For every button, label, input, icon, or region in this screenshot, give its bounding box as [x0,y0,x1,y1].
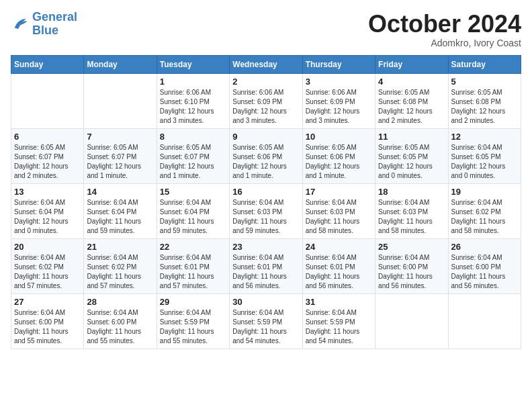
calendar-cell: 17Sunrise: 6:04 AM Sunset: 6:03 PM Dayli… [302,183,375,238]
day-number: 19 [451,187,518,197]
day-detail: Sunrise: 6:05 AM Sunset: 6:05 PM Dayligh… [378,143,445,181]
day-detail: Sunrise: 6:06 AM Sunset: 6:10 PM Dayligh… [160,88,226,126]
day-number: 10 [306,132,372,142]
calendar-cell: 30Sunrise: 6:04 AM Sunset: 5:59 PM Dayli… [230,293,302,349]
calendar-week-row: 20Sunrise: 6:04 AM Sunset: 6:02 PM Dayli… [11,238,521,293]
day-detail: Sunrise: 6:04 AM Sunset: 6:00 PM Dayligh… [378,253,445,291]
day-number: 27 [14,297,81,307]
calendar-cell: 1Sunrise: 6:06 AM Sunset: 6:10 PM Daylig… [157,73,229,128]
day-number: 15 [160,187,226,197]
calendar-week-row: 13Sunrise: 6:04 AM Sunset: 6:04 PM Dayli… [11,183,521,238]
day-detail: Sunrise: 6:06 AM Sunset: 6:09 PM Dayligh… [306,88,372,126]
day-number: 20 [14,242,81,252]
calendar-cell: 18Sunrise: 6:04 AM Sunset: 6:03 PM Dayli… [375,183,448,238]
day-number: 2 [232,77,299,87]
calendar-cell: 19Sunrise: 6:04 AM Sunset: 6:02 PM Dayli… [448,183,521,238]
day-number: 8 [160,132,226,142]
calendar-cell: 2Sunrise: 6:06 AM Sunset: 6:09 PM Daylig… [230,73,302,128]
calendar-body: 1Sunrise: 6:06 AM Sunset: 6:10 PM Daylig… [11,73,521,349]
calendar-cell: 13Sunrise: 6:04 AM Sunset: 6:04 PM Dayli… [11,183,84,238]
day-detail: Sunrise: 6:04 AM Sunset: 6:01 PM Dayligh… [306,253,372,291]
day-number: 16 [232,187,299,197]
calendar-week-row: 1Sunrise: 6:06 AM Sunset: 6:10 PM Daylig… [11,73,521,128]
day-number: 21 [87,242,153,252]
day-detail: Sunrise: 6:05 AM Sunset: 6:07 PM Dayligh… [14,143,81,181]
day-number: 18 [378,187,445,197]
day-detail: Sunrise: 6:05 AM Sunset: 6:06 PM Dayligh… [232,143,299,181]
day-number: 30 [232,297,299,307]
calendar-week-row: 27Sunrise: 6:04 AM Sunset: 6:00 PM Dayli… [11,293,521,349]
day-number: 13 [14,187,81,197]
day-detail: Sunrise: 6:04 AM Sunset: 6:02 PM Dayligh… [451,198,518,236]
calendar-cell: 12Sunrise: 6:04 AM Sunset: 6:05 PM Dayli… [448,128,521,183]
calendar-cell: 8Sunrise: 6:05 AM Sunset: 6:07 PM Daylig… [157,128,229,183]
calendar-cell: 11Sunrise: 6:05 AM Sunset: 6:05 PM Dayli… [375,128,448,183]
day-detail: Sunrise: 6:05 AM Sunset: 6:08 PM Dayligh… [378,88,445,126]
day-number: 23 [232,242,299,252]
calendar-cell: 26Sunrise: 6:04 AM Sunset: 6:00 PM Dayli… [448,238,521,293]
day-number: 11 [378,132,445,142]
calendar-cell [11,73,84,128]
day-number: 4 [378,77,445,87]
calendar-table: SundayMondayTuesdayWednesdayThursdayFrid… [11,55,521,349]
day-detail: Sunrise: 6:04 AM Sunset: 6:04 PM Dayligh… [14,198,81,236]
day-detail: Sunrise: 6:04 AM Sunset: 6:00 PM Dayligh… [87,308,153,346]
weekday-header-tuesday: Tuesday [157,55,229,73]
day-number: 12 [451,132,518,142]
calendar-cell: 25Sunrise: 6:04 AM Sunset: 6:00 PM Dayli… [375,238,448,293]
weekday-header-sunday: Sunday [11,55,84,73]
weekday-header-saturday: Saturday [448,55,521,73]
day-detail: Sunrise: 6:04 AM Sunset: 6:02 PM Dayligh… [87,253,153,291]
calendar-week-row: 6Sunrise: 6:05 AM Sunset: 6:07 PM Daylig… [11,128,521,183]
calendar-cell [375,293,448,349]
day-detail: Sunrise: 6:04 AM Sunset: 6:03 PM Dayligh… [232,198,299,236]
day-number: 22 [160,242,226,252]
logo-icon [11,15,30,34]
day-detail: Sunrise: 6:04 AM Sunset: 6:01 PM Dayligh… [160,253,226,291]
day-number: 31 [306,297,372,307]
calendar-cell: 15Sunrise: 6:04 AM Sunset: 6:04 PM Dayli… [157,183,229,238]
day-number: 26 [451,242,518,252]
calendar-cell: 22Sunrise: 6:04 AM Sunset: 6:01 PM Dayli… [157,238,229,293]
calendar-cell: 29Sunrise: 6:04 AM Sunset: 5:59 PM Dayli… [157,293,229,349]
month-title: October 2024 [368,11,521,38]
weekday-header-wednesday: Wednesday [230,55,302,73]
day-detail: Sunrise: 6:04 AM Sunset: 5:59 PM Dayligh… [160,308,226,346]
calendar-cell: 14Sunrise: 6:04 AM Sunset: 6:04 PM Dayli… [84,183,157,238]
day-number: 29 [160,297,226,307]
weekday-header-monday: Monday [84,55,157,73]
day-number: 3 [306,77,372,87]
logo: General Blue [11,11,77,38]
day-number: 6 [14,132,81,142]
calendar-cell: 24Sunrise: 6:04 AM Sunset: 6:01 PM Dayli… [302,238,375,293]
calendar-cell: 16Sunrise: 6:04 AM Sunset: 6:03 PM Dayli… [230,183,302,238]
day-number: 1 [160,77,226,87]
day-number: 7 [87,132,153,142]
day-detail: Sunrise: 6:04 AM Sunset: 6:00 PM Dayligh… [14,308,81,346]
calendar-cell [448,293,521,349]
day-detail: Sunrise: 6:04 AM Sunset: 5:59 PM Dayligh… [232,308,299,346]
day-detail: Sunrise: 6:04 AM Sunset: 6:04 PM Dayligh… [87,198,153,236]
calendar-cell: 7Sunrise: 6:05 AM Sunset: 6:07 PM Daylig… [84,128,157,183]
logo-text: General Blue [32,11,77,38]
calendar-cell: 31Sunrise: 6:04 AM Sunset: 5:59 PM Dayli… [302,293,375,349]
day-detail: Sunrise: 6:05 AM Sunset: 6:07 PM Dayligh… [160,143,226,181]
calendar-header: SundayMondayTuesdayWednesdayThursdayFrid… [11,55,521,73]
day-detail: Sunrise: 6:04 AM Sunset: 6:03 PM Dayligh… [306,198,372,236]
day-detail: Sunrise: 6:05 AM Sunset: 6:08 PM Dayligh… [451,88,518,126]
day-detail: Sunrise: 6:04 AM Sunset: 5:59 PM Dayligh… [306,308,372,346]
calendar-cell: 27Sunrise: 6:04 AM Sunset: 6:00 PM Dayli… [11,293,84,349]
day-detail: Sunrise: 6:06 AM Sunset: 6:09 PM Dayligh… [232,88,299,126]
calendar-cell: 5Sunrise: 6:05 AM Sunset: 6:08 PM Daylig… [448,73,521,128]
weekday-header-row: SundayMondayTuesdayWednesdayThursdayFrid… [11,55,521,73]
calendar-cell [84,73,157,128]
page-header: General Blue October 2024 Adomkro, Ivory… [11,11,521,48]
location-subtitle: Adomkro, Ivory Coast [368,38,521,48]
day-detail: Sunrise: 6:04 AM Sunset: 6:00 PM Dayligh… [451,253,518,291]
day-number: 5 [451,77,518,87]
day-detail: Sunrise: 6:04 AM Sunset: 6:05 PM Dayligh… [451,143,518,181]
weekday-header-thursday: Thursday [302,55,375,73]
calendar-cell: 28Sunrise: 6:04 AM Sunset: 6:00 PM Dayli… [84,293,157,349]
day-number: 24 [306,242,372,252]
weekday-header-friday: Friday [375,55,448,73]
